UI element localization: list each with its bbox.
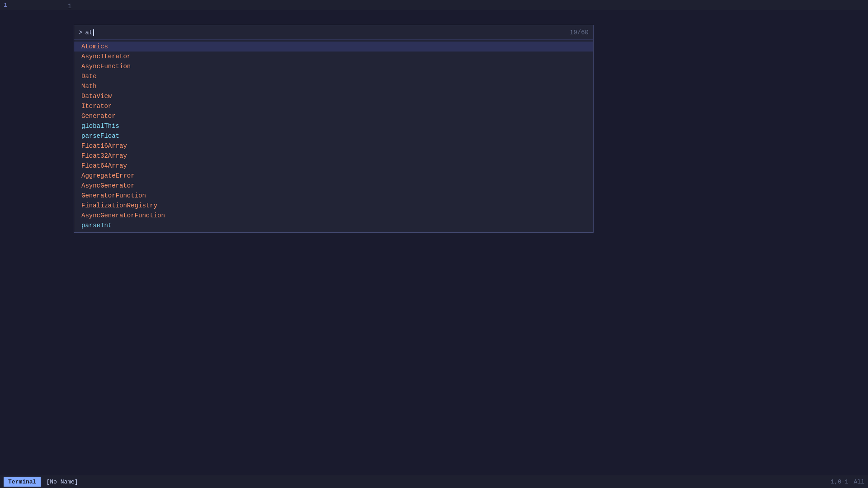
autocomplete-item[interactable]: Float64Array: [74, 161, 593, 171]
autocomplete-item-text: DataView: [81, 93, 112, 100]
autocomplete-item-text: Atomics: [81, 43, 108, 50]
autocomplete-item-text: globalThis: [81, 122, 119, 130]
autocomplete-item[interactable]: AsyncFunction: [74, 61, 593, 71]
line-number-display: 1: [4, 2, 7, 9]
autocomplete-item[interactable]: AsyncGenerator: [74, 181, 593, 191]
autocomplete-item[interactable]: AggregateError: [74, 171, 593, 181]
autocomplete-item-text: Float64Array: [81, 162, 127, 169]
autocomplete-item[interactable]: globalThis: [74, 121, 593, 131]
vim-line-number: 1: [68, 3, 71, 10]
status-bar: Terminal [No Name] 1,0-1 All: [0, 475, 868, 488]
autocomplete-item[interactable]: parseInt: [74, 221, 593, 230]
autocomplete-item[interactable]: AsyncIterator: [74, 52, 593, 61]
autocomplete-item[interactable]: parseFloat: [74, 131, 593, 141]
autocomplete-item-text: Generator: [81, 113, 116, 120]
autocomplete-item[interactable]: Date: [74, 71, 593, 81]
autocomplete-item-text: AsyncGenerator: [81, 182, 135, 189]
autocomplete-list: AtomicsAsyncIteratorAsyncFunctionDateMat…: [74, 40, 593, 232]
autocomplete-item[interactable]: Atomics: [74, 42, 593, 52]
autocomplete-item-text: Math: [81, 83, 97, 90]
autocomplete-item-text: Date: [81, 73, 97, 80]
autocomplete-item-text: Float32Array: [81, 152, 127, 160]
autocomplete-item[interactable]: Iterator: [74, 101, 593, 111]
scroll-indicator: All: [854, 479, 864, 485]
result-count: 19/60: [570, 29, 589, 36]
autocomplete-item-text: FinalizationRegistry: [81, 202, 157, 209]
autocomplete-item[interactable]: Generator: [74, 111, 593, 121]
autocomplete-item-text: parseFloat: [81, 132, 119, 140]
cursor-position: 1,0-1: [831, 479, 849, 485]
autocomplete-item-text: AsyncIterator: [81, 53, 131, 60]
terminal-badge[interactable]: Terminal: [4, 477, 41, 487]
autocomplete-item[interactable]: FinalizationRegistry: [74, 201, 593, 211]
top-bar: 1: [0, 0, 868, 10]
autocomplete-item[interactable]: DataView: [74, 91, 593, 101]
autocomplete-item-text: Float16Array: [81, 142, 127, 150]
autocomplete-item-text: AsyncGeneratorFunction: [81, 212, 165, 219]
autocomplete-item[interactable]: AsyncGeneratorFunction: [74, 211, 593, 221]
search-prompt: >: [79, 29, 82, 36]
search-cursor: [93, 29, 94, 36]
autocomplete-item[interactable]: Float16Array: [74, 141, 593, 151]
autocomplete-item-text: Iterator: [81, 103, 112, 110]
search-input-display[interactable]: at: [85, 29, 570, 36]
autocomplete-item-text: AggregateError: [81, 172, 135, 179]
search-text: at: [85, 29, 93, 36]
autocomplete-item[interactable]: Float32Array: [74, 151, 593, 161]
autocomplete-panel: > at 19/60 AtomicsAsyncIteratorAsyncFunc…: [74, 25, 594, 233]
search-bar[interactable]: > at 19/60: [74, 25, 593, 40]
autocomplete-item[interactable]: Math: [74, 81, 593, 91]
autocomplete-item-text: GeneratorFunction: [81, 192, 146, 199]
buffer-name-label: [No Name]: [46, 479, 78, 485]
autocomplete-item[interactable]: GeneratorFunction: [74, 191, 593, 201]
autocomplete-item-text: AsyncFunction: [81, 63, 131, 70]
autocomplete-item-text: parseInt: [81, 222, 112, 229]
